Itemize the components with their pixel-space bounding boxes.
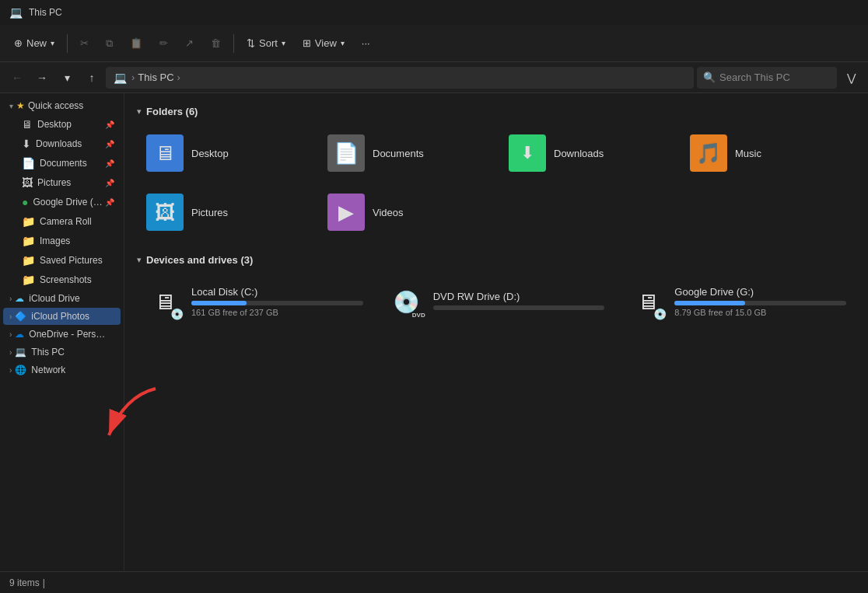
sidebar-item-gdrive[interactable]: ● Google Drive (G… 📌 [3, 193, 121, 211]
folder-downloads-icon: ⬇ [509, 134, 546, 172]
up-button[interactable]: ↑ [81, 67, 103, 89]
sidebar-item-camera-roll[interactable]: 📁 Camera Roll [3, 212, 121, 231]
icloud-photos-icon: 🔷 [15, 311, 26, 322]
folder-pictures-label: Pictures [191, 207, 228, 218]
folder-music-label: Music [735, 148, 761, 159]
paste-button[interactable]: 📋 [122, 33, 150, 54]
folder-documents[interactable]: 📄 Documents [318, 127, 493, 180]
downloads-label: Downloads [36, 138, 82, 149]
drives-grid: 🖥 💿 Local Disk (C:) 161 GB free of 237 G… [137, 275, 856, 328]
copy-button[interactable]: ⧉ [98, 33, 121, 54]
folder-downloads[interactable]: ⬇ Downloads [499, 127, 674, 180]
sidebar-item-desktop[interactable]: 🖥 Desktop 📌 [3, 115, 121, 134]
search-icon: 🔍 [703, 72, 716, 83]
onedrive-label: OneDrive - Pers… [29, 329, 105, 340]
sidebar-item-onedrive[interactable]: › ☁ OneDrive - Pers… [3, 326, 121, 343]
sidebar-item-screenshots[interactable]: 📁 Screenshots [3, 270, 121, 289]
folder-videos-icon: ▶ [327, 194, 365, 231]
sort-button[interactable]: ⇅ Sort ▾ [239, 33, 293, 54]
folder-documents-label: Documents [373, 148, 424, 159]
sidebar-item-icloud-photos[interactable]: › 🔷 iCloud Photos [3, 308, 121, 325]
sidebar-item-saved-pictures[interactable]: 📁 Saved Pictures [3, 251, 121, 270]
quick-access-star: ★ [16, 100, 25, 111]
folder-desktop[interactable]: 🖥 Desktop [137, 127, 312, 180]
folder-videos[interactable]: ▶ Videos [318, 186, 493, 239]
desktop-label: Desktop [37, 119, 72, 130]
new-button[interactable]: ⊕ New ▾ [6, 33, 62, 54]
cut-button[interactable]: ✂ [72, 33, 96, 54]
toolbar-separator-1 [67, 34, 68, 53]
icloud-drive-icon: ☁ [15, 293, 24, 304]
main-area: ▾ ★ Quick access 🖥 Desktop 📌 ⬇ Downloads… [0, 93, 868, 571]
drive-g-disk-icon: 💿 [653, 308, 667, 320]
folder-desktop-label: Desktop [191, 148, 229, 159]
downloads-pin: 📌 [105, 140, 114, 148]
onedrive-arrow: › [9, 330, 12, 339]
images-label: Images [40, 235, 70, 246]
new-chevron: ▾ [51, 39, 54, 47]
drive-c[interactable]: 🖥 💿 Local Disk (C:) 161 GB free of 237 G… [137, 275, 373, 328]
breadcrumb-arrow: › [131, 72, 135, 83]
icloud-photos-arrow: › [9, 312, 12, 321]
breadcrumb-pc-icon: 💻 [114, 72, 127, 84]
toolbar: ⊕ New ▾ ✂ ⧉ 📋 ✏ ↗ 🗑 ⇅ Sort ▾ ⊞ View ▾ ··… [0, 25, 868, 62]
drive-c-name: Local Disk (C:) [191, 286, 363, 298]
folders-grid: 🖥 Desktop 📄 Documents ⬇ Downloads 🎵 Musi… [137, 127, 856, 239]
icloud-drive-arrow: › [9, 295, 12, 303]
quick-access-items: 🖥 Desktop 📌 ⬇ Downloads 📌 📄 Documents 📌 … [0, 115, 124, 289]
drive-d-bar-bg [433, 305, 605, 310]
drive-c-free: 161 GB free of 237 GB [191, 308, 363, 317]
drives-section-header[interactable]: ▾ Devices and drives (3) [137, 254, 856, 266]
new-icon: ⊕ [14, 37, 23, 49]
sidebar-item-pictures[interactable]: 🖼 Pictures 📌 [3, 173, 121, 192]
this-pc-icon: 💻 [15, 347, 26, 358]
documents-label: Documents [40, 158, 87, 169]
title-text: This PC [29, 7, 62, 18]
network-arrow: › [9, 366, 12, 375]
title-bar: 💻 This PC [0, 0, 868, 25]
sidebar-quick-access[interactable]: ▾ ★ Quick access [3, 97, 121, 114]
drives-title: Devices and drives (3) [146, 254, 253, 266]
folder-downloads-label: Downloads [554, 148, 604, 159]
sort-chevron: ▾ [282, 39, 285, 47]
rename-button[interactable]: ✏ [152, 33, 176, 54]
delete-button[interactable]: 🗑 [203, 33, 229, 54]
folders-title: Folders (6) [146, 106, 198, 117]
folder-music[interactable]: 🎵 Music [681, 127, 856, 180]
back-button[interactable]: ← [6, 67, 28, 89]
recent-button[interactable]: ▾ [56, 67, 78, 89]
drive-d[interactable]: 💿 DVD DVD RW Drive (D:) [379, 275, 614, 328]
sidebar-item-downloads[interactable]: ⬇ Downloads 📌 [3, 134, 121, 153]
network-label: Network [31, 365, 65, 375]
folders-section-header[interactable]: ▾ Folders (6) [137, 106, 856, 117]
search-placeholder: Search This PC [719, 72, 790, 83]
sidebar-item-images[interactable]: 📁 Images [3, 232, 121, 250]
drive-d-label: DVD [412, 312, 425, 319]
pictures-icon: 🖼 [22, 176, 33, 189]
share-icon: ↗ [185, 37, 194, 49]
folder-pictures[interactable]: 🖼 Pictures [137, 186, 312, 239]
folder-music-icon: 🎵 [690, 134, 727, 172]
sidebar-item-documents[interactable]: 📄 Documents 📌 [3, 154, 121, 173]
expand-button[interactable]: ⋁ [840, 67, 862, 89]
forward-button[interactable]: → [31, 67, 53, 89]
view-chevron: ▾ [341, 39, 345, 47]
more-button[interactable]: ··· [354, 33, 378, 54]
drive-g[interactable]: 🖥 💿 Google Drive (G:) 8.79 GB free of 15… [620, 275, 856, 328]
view-button[interactable]: ⊞ View ▾ [295, 33, 352, 54]
drives-chevron: ▾ [137, 255, 142, 265]
this-pc-label: This PC [31, 347, 65, 358]
search-box[interactable]: 🔍 Search This PC [697, 67, 837, 89]
drive-g-free: 8.79 GB free of 15.0 GB [674, 308, 846, 317]
cut-icon: ✂ [80, 37, 89, 49]
title-icon: 💻 [9, 6, 23, 19]
sidebar-item-this-pc[interactable]: › 💻 This PC [3, 344, 121, 361]
share-button[interactable]: ↗ [177, 33, 201, 54]
sidebar-item-icloud-drive[interactable]: › ☁ iCloud Drive [3, 290, 121, 307]
breadcrumb[interactable]: 💻 › This PC › [106, 67, 694, 89]
gdrive-icon: ● [22, 196, 28, 208]
sidebar-item-network[interactable]: › 🌐 Network [3, 361, 121, 378]
status-sep: | [43, 577, 45, 588]
drive-g-info: Google Drive (G:) 8.79 GB free of 15.0 G… [674, 286, 846, 317]
copy-icon: ⧉ [106, 37, 113, 50]
